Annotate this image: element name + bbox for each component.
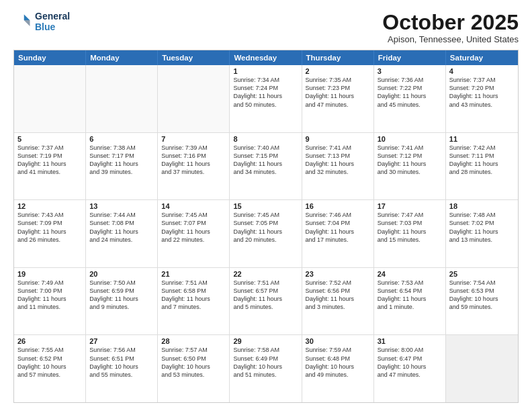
day-number: 24 [378, 270, 442, 278]
calendar-cell-14: 14Sunrise: 7:45 AM Sunset: 7:07 PM Dayli… [158, 200, 230, 267]
calendar-cell-28: 28Sunrise: 7:57 AM Sunset: 6:50 PM Dayli… [158, 335, 230, 402]
cell-details: Sunrise: 7:43 AM Sunset: 7:09 PM Dayligh… [17, 211, 82, 244]
cell-details: Sunrise: 7:48 AM Sunset: 7:02 PM Dayligh… [449, 211, 515, 244]
calendar-cell-empty [14, 65, 86, 132]
cell-details: Sunrise: 7:42 AM Sunset: 7:11 PM Dayligh… [449, 144, 515, 177]
location: Apison, Tennessee, United States [382, 34, 519, 44]
logo-icon [13, 12, 32, 31]
cell-details: Sunrise: 7:57 AM Sunset: 6:50 PM Dayligh… [161, 346, 226, 379]
calendar-cell-9: 9Sunrise: 7:41 AM Sunset: 7:13 PM Daylig… [302, 133, 374, 200]
day-number: 13 [89, 202, 154, 210]
header-day-sunday: Sunday [14, 50, 86, 65]
calendar-cell-8: 8Sunrise: 7:40 AM Sunset: 7:15 PM Daylig… [230, 133, 302, 200]
cell-details: Sunrise: 7:35 AM Sunset: 7:23 PM Dayligh… [306, 76, 370, 109]
calendar-cell-31: 31Sunrise: 8:00 AM Sunset: 6:47 PM Dayli… [374, 335, 446, 402]
calendar-header: SundayMondayTuesdayWednesdayThursdayFrid… [14, 50, 518, 65]
logo-text: General Blue [35, 11, 70, 32]
calendar-cell-27: 27Sunrise: 7:56 AM Sunset: 6:51 PM Dayli… [86, 335, 158, 402]
day-number: 29 [233, 337, 298, 345]
day-number: 4 [449, 67, 515, 75]
cell-details: Sunrise: 7:59 AM Sunset: 6:48 PM Dayligh… [306, 346, 370, 379]
cell-details: Sunrise: 7:56 AM Sunset: 6:51 PM Dayligh… [89, 346, 154, 379]
cell-details: Sunrise: 7:45 AM Sunset: 7:05 PM Dayligh… [233, 211, 298, 244]
header-day-tuesday: Tuesday [158, 50, 230, 65]
day-number: 3 [378, 67, 442, 75]
cell-details: Sunrise: 7:50 AM Sunset: 6:59 PM Dayligh… [89, 279, 154, 312]
calendar-cell-16: 16Sunrise: 7:46 AM Sunset: 7:04 PM Dayli… [302, 200, 374, 267]
day-number: 25 [449, 270, 515, 278]
cell-details: Sunrise: 7:40 AM Sunset: 7:15 PM Dayligh… [233, 144, 298, 177]
calendar-row-3: 19Sunrise: 7:49 AM Sunset: 7:00 PM Dayli… [14, 268, 518, 336]
calendar-cell-12: 12Sunrise: 7:43 AM Sunset: 7:09 PM Dayli… [14, 200, 86, 267]
day-number: 19 [17, 270, 82, 278]
cell-details: Sunrise: 7:55 AM Sunset: 6:52 PM Dayligh… [17, 346, 82, 379]
calendar-cell-2: 2Sunrise: 7:35 AM Sunset: 7:23 PM Daylig… [302, 65, 374, 132]
day-number: 23 [306, 270, 370, 278]
day-number: 7 [161, 135, 226, 143]
calendar-row-1: 5Sunrise: 7:37 AM Sunset: 7:19 PM Daylig… [14, 133, 518, 201]
day-number: 27 [89, 337, 154, 345]
calendar-cell-4: 4Sunrise: 7:37 AM Sunset: 7:20 PM Daylig… [446, 65, 518, 132]
calendar-cell-empty [86, 65, 158, 132]
day-number: 6 [89, 135, 154, 143]
cell-details: Sunrise: 8:00 AM Sunset: 6:47 PM Dayligh… [378, 346, 442, 379]
cell-details: Sunrise: 7:41 AM Sunset: 7:13 PM Dayligh… [306, 144, 370, 177]
cell-details: Sunrise: 7:52 AM Sunset: 6:56 PM Dayligh… [306, 279, 370, 312]
cell-details: Sunrise: 7:37 AM Sunset: 7:19 PM Dayligh… [17, 144, 82, 177]
cell-details: Sunrise: 7:37 AM Sunset: 7:20 PM Dayligh… [449, 76, 515, 109]
cell-details: Sunrise: 7:51 AM Sunset: 6:58 PM Dayligh… [161, 279, 226, 312]
cell-details: Sunrise: 7:47 AM Sunset: 7:03 PM Dayligh… [378, 211, 442, 244]
calendar-row-2: 12Sunrise: 7:43 AM Sunset: 7:09 PM Dayli… [14, 200, 518, 268]
header-day-monday: Monday [86, 50, 158, 65]
header-day-thursday: Thursday [302, 50, 374, 65]
day-number: 11 [449, 135, 515, 143]
calendar: SundayMondayTuesdayWednesdayThursdayFrid… [13, 50, 519, 403]
day-number: 21 [161, 270, 226, 278]
calendar-cell-3: 3Sunrise: 7:36 AM Sunset: 7:22 PM Daylig… [374, 65, 446, 132]
calendar-row-0: 1Sunrise: 7:34 AM Sunset: 7:24 PM Daylig… [14, 65, 518, 133]
day-number: 9 [306, 135, 370, 143]
page: General Blue October 2025 Apison, Tennes… [0, 0, 532, 411]
logo: General Blue [13, 11, 70, 32]
calendar-cell-20: 20Sunrise: 7:50 AM Sunset: 6:59 PM Dayli… [86, 268, 158, 335]
calendar-cell-1: 1Sunrise: 7:34 AM Sunset: 7:24 PM Daylig… [230, 65, 302, 132]
day-number: 10 [378, 135, 442, 143]
calendar-cell-17: 17Sunrise: 7:47 AM Sunset: 7:03 PM Dayli… [374, 200, 446, 267]
day-number: 28 [161, 337, 226, 345]
calendar-cell-22: 22Sunrise: 7:51 AM Sunset: 6:57 PM Dayli… [230, 268, 302, 335]
calendar-body: 1Sunrise: 7:34 AM Sunset: 7:24 PM Daylig… [14, 65, 518, 402]
day-number: 17 [378, 202, 442, 210]
day-number: 18 [449, 202, 515, 210]
day-number: 14 [161, 202, 226, 210]
cell-details: Sunrise: 7:36 AM Sunset: 7:22 PM Dayligh… [378, 76, 442, 109]
svg-marker-0 [24, 15, 30, 21]
calendar-cell-26: 26Sunrise: 7:55 AM Sunset: 6:52 PM Dayli… [14, 335, 86, 402]
calendar-cell-11: 11Sunrise: 7:42 AM Sunset: 7:11 PM Dayli… [446, 133, 518, 200]
calendar-cell-empty [158, 65, 230, 132]
calendar-cell-24: 24Sunrise: 7:53 AM Sunset: 6:54 PM Dayli… [374, 268, 446, 335]
calendar-cell-13: 13Sunrise: 7:44 AM Sunset: 7:08 PM Dayli… [86, 200, 158, 267]
cell-details: Sunrise: 7:58 AM Sunset: 6:49 PM Dayligh… [233, 346, 298, 379]
cell-details: Sunrise: 7:41 AM Sunset: 7:12 PM Dayligh… [378, 144, 442, 177]
svg-marker-1 [24, 20, 30, 26]
cell-details: Sunrise: 7:51 AM Sunset: 6:57 PM Dayligh… [233, 279, 298, 312]
cell-details: Sunrise: 7:45 AM Sunset: 7:07 PM Dayligh… [161, 211, 226, 244]
day-number: 30 [306, 337, 370, 345]
header-day-saturday: Saturday [446, 50, 518, 65]
calendar-cell-10: 10Sunrise: 7:41 AM Sunset: 7:12 PM Dayli… [374, 133, 446, 200]
day-number: 31 [378, 337, 442, 345]
calendar-cell-7: 7Sunrise: 7:39 AM Sunset: 7:16 PM Daylig… [158, 133, 230, 200]
calendar-cell-empty [446, 335, 518, 402]
day-number: 5 [17, 135, 82, 143]
calendar-cell-18: 18Sunrise: 7:48 AM Sunset: 7:02 PM Dayli… [446, 200, 518, 267]
day-number: 15 [233, 202, 298, 210]
cell-details: Sunrise: 7:44 AM Sunset: 7:08 PM Dayligh… [89, 211, 154, 244]
day-number: 2 [306, 67, 370, 75]
calendar-cell-15: 15Sunrise: 7:45 AM Sunset: 7:05 PM Dayli… [230, 200, 302, 267]
cell-details: Sunrise: 7:38 AM Sunset: 7:17 PM Dayligh… [89, 144, 154, 177]
day-number: 1 [233, 67, 298, 75]
title-block: October 2025 Apison, Tennessee, United S… [382, 11, 519, 44]
header-day-friday: Friday [374, 50, 446, 65]
day-number: 26 [17, 337, 82, 345]
day-number: 12 [17, 202, 82, 210]
